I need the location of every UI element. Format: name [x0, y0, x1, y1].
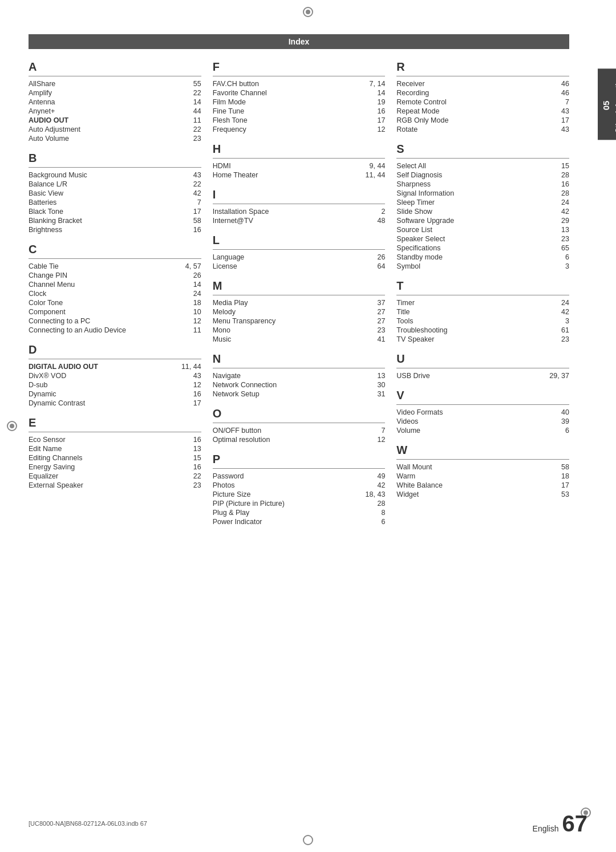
entry-term: Melody — [213, 308, 363, 316]
section-letter-C: C — [29, 243, 201, 256]
entry-page: 27 — [362, 308, 385, 316]
entry-page: 29, 37 — [546, 372, 569, 380]
entry-term: FAV.CH button — [213, 80, 363, 88]
entry-page: 41 — [362, 335, 385, 343]
entry-page: 28 — [362, 500, 385, 508]
entry-page: 42 — [546, 308, 569, 316]
section-divider-E — [29, 432, 201, 432]
entry-term: Slide Show — [396, 208, 546, 216]
entry-term: Auto Adjustment — [29, 125, 179, 133]
entry-term: Receiver — [396, 80, 546, 88]
entry-term: Navigate — [213, 372, 363, 380]
entry-page: 28 — [546, 171, 569, 179]
index-title: Index — [289, 37, 310, 46]
section-letter-S: S — [396, 143, 569, 156]
entry-page: 17 — [179, 208, 201, 216]
index-entry: Speaker Select23 — [396, 235, 569, 243]
index-entry: Channel Menu14 — [29, 281, 201, 289]
entry-page: 16 — [179, 390, 201, 398]
entry-term: TV Speaker — [396, 335, 546, 343]
entry-page: 7 — [179, 198, 201, 206]
entry-page: 23 — [546, 335, 569, 343]
entry-page: 43 — [179, 372, 201, 380]
entry-page: 7 — [362, 427, 385, 435]
index-entry: Volume6 — [396, 427, 569, 435]
entry-page: 13 — [362, 372, 385, 380]
entry-page: 16 — [179, 226, 201, 234]
index-entry: Internet@TV48 — [213, 217, 386, 225]
index-entry: Flesh Tone17 — [213, 116, 386, 124]
entry-page: 7, 14 — [362, 80, 385, 88]
section-letter-E: E — [29, 416, 201, 429]
index-entry: Anynet+44 — [29, 107, 201, 115]
entry-term: Background Music — [29, 171, 179, 179]
entry-page: 14 — [179, 98, 201, 106]
index-entry: ON/OFF button7 — [213, 427, 386, 435]
entry-term: Symbol — [396, 262, 546, 270]
entry-page: 12 — [362, 125, 385, 133]
index-entry: DivX® VOD43 — [29, 372, 201, 380]
index-entry: Edit Name13 — [29, 445, 201, 453]
entry-page: 43 — [179, 171, 201, 179]
index-entry: Music41 — [213, 335, 386, 343]
entry-page: 55 — [179, 80, 201, 88]
entry-term: Brightness — [29, 226, 179, 234]
entry-page: 3 — [546, 317, 569, 325]
entry-term: Auto Volume — [29, 135, 179, 143]
entry-term: Connecting to a PC — [29, 317, 179, 325]
section-letter-H: H — [213, 143, 386, 156]
index-entry: AllShare55 — [29, 80, 201, 88]
index-entry: Software Upgrade29 — [396, 217, 569, 225]
index-entry: Recording46 — [396, 89, 569, 97]
section-divider-C — [29, 258, 201, 259]
section-divider-D — [29, 359, 201, 359]
index-entry: Repeat Mode43 — [396, 107, 569, 115]
index-entry: Network Setup31 — [213, 390, 386, 398]
entry-page: 12 — [179, 317, 201, 325]
entry-page: 46 — [546, 80, 569, 88]
index-entry: D-sub12 — [29, 381, 201, 389]
entry-term: Connecting to an Audio Device — [29, 326, 179, 334]
entry-page: 12 — [362, 436, 385, 444]
index-entry: Media Play37 — [213, 299, 386, 307]
entry-term: Signal Information — [396, 189, 546, 197]
index-entry: Change PIN26 — [29, 271, 201, 279]
entry-term: Speaker Select — [396, 235, 546, 243]
entry-page: 22 — [179, 89, 201, 97]
index-entry: Slide Show42 — [396, 208, 569, 216]
entry-term: External Speaker — [29, 481, 179, 489]
entry-term: Picture Size — [213, 490, 363, 498]
entry-page: 16 — [546, 180, 569, 188]
entry-page: 11, 44 — [362, 171, 385, 179]
index-entry: Wall Mount58 — [396, 463, 569, 471]
index-entry: Source List13 — [396, 226, 569, 234]
section-letter-V: V — [396, 389, 569, 402]
footer-language: English — [533, 824, 559, 833]
section-divider-F — [213, 76, 386, 76]
entry-page: 48 — [362, 217, 385, 225]
index-entry: Power Indicator6 — [213, 518, 386, 526]
section-divider-P — [213, 468, 386, 469]
section-letter-I: I — [213, 188, 386, 201]
index-entry: Equalizer22 — [29, 472, 201, 480]
entry-term: DivX® VOD — [29, 372, 179, 380]
section-letter-P: P — [213, 453, 386, 466]
entry-term: Troubleshooting — [396, 326, 546, 334]
index-entry: Component10 — [29, 308, 201, 316]
entry-page: 43 — [546, 107, 569, 115]
entry-term: AllShare — [29, 80, 179, 88]
entry-page: 23 — [179, 481, 201, 489]
entry-page: 8 — [362, 509, 385, 517]
entry-page: 4, 57 — [179, 262, 201, 270]
entry-page: 22 — [179, 125, 201, 133]
index-entry: License64 — [213, 262, 386, 270]
section-letter-B: B — [29, 152, 201, 165]
entry-term: Wall Mount — [396, 463, 546, 471]
entry-page: 6 — [362, 518, 385, 526]
footer-page-number: 67 — [562, 812, 588, 835]
index-entry: Warm18 — [396, 472, 569, 480]
entry-term: Mono — [213, 326, 363, 334]
index-entry: Energy Saving16 — [29, 463, 201, 471]
entry-term: Dynamic Contrast — [29, 399, 179, 407]
entry-term: Color Tone — [29, 299, 179, 307]
